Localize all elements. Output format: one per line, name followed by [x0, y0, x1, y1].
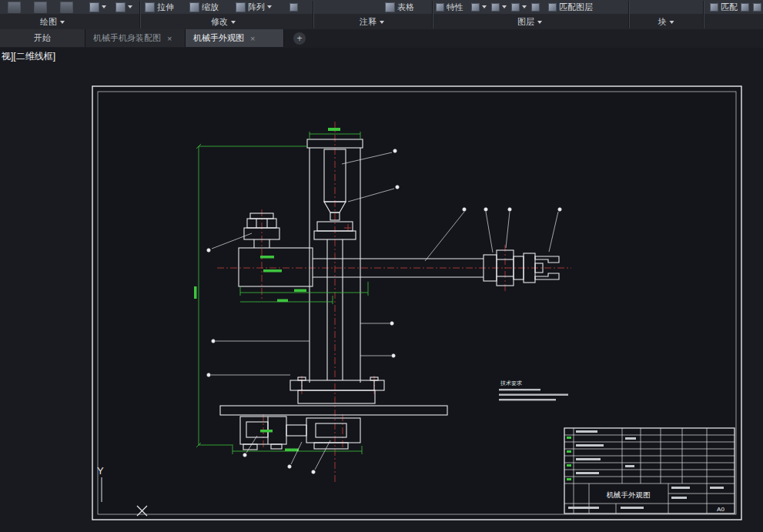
panel-separator	[139, 1, 140, 28]
title-block-sheet-size: A0	[717, 506, 725, 513]
chevron-down-icon	[502, 5, 507, 8]
modify-extra-button[interactable]	[289, 1, 298, 13]
chevron-down-icon	[128, 5, 132, 8]
stretch-icon	[145, 2, 155, 12]
chevron-down-icon	[670, 21, 674, 24]
notes-line	[499, 389, 540, 390]
properties-icon	[436, 3, 444, 12]
draw-tool-icon-1[interactable]	[8, 1, 21, 13]
close-icon[interactable]: ×	[250, 34, 255, 43]
move-dropdown-button[interactable]	[115, 1, 132, 13]
chevron-down-icon	[522, 5, 527, 8]
tab-doc-appearance-label: 机械手外观图	[193, 32, 244, 44]
panel-modify[interactable]: 修改	[211, 16, 236, 28]
table-label: 表格	[397, 2, 414, 13]
move-icon	[115, 2, 125, 12]
ribbon-panel-row: 绘图 修改 注释 图层 块	[0, 14, 763, 30]
title-block-drawing-title: 机械手外观图	[607, 490, 651, 499]
hatch-dropdown-button[interactable]	[89, 1, 106, 13]
scale-button[interactable]: 缩放	[189, 1, 219, 13]
panel-draw-label: 绘图	[40, 16, 57, 28]
match-layer-button[interactable]: 匹配图层	[548, 1, 593, 13]
edge-tool-2[interactable]	[753, 1, 761, 13]
property-tool-icon	[471, 3, 480, 12]
notes-line	[499, 394, 568, 396]
property-tool-icon	[511, 3, 520, 12]
document-tabbar: 开始 机械手机身装配图 × 机械手外观图 × +	[0, 29, 763, 48]
ribbon-tools-row: 拉伸 缩放 阵列 表格 特性 匹配图层 匹配	[0, 0, 763, 14]
edge-tool-icon	[741, 3, 749, 12]
match-properties-icon	[710, 3, 718, 12]
array-label: 阵列	[248, 2, 265, 13]
chevron-down-icon	[102, 5, 106, 8]
match-layer-label: 匹配图层	[559, 2, 593, 13]
property-tool-4[interactable]	[531, 1, 540, 13]
cad-viewport[interactable]: 技术要求	[0, 48, 763, 532]
tab-doc-appearance-active[interactable]: 机械手外观图 ×	[186, 29, 284, 47]
panel-separator	[703, 1, 704, 28]
draw-tool-icon	[8, 2, 21, 13]
panel-layers-label: 图层	[517, 16, 534, 28]
scale-icon	[189, 2, 199, 12]
chevron-down-icon	[482, 5, 487, 8]
draw-tool-icon	[60, 2, 73, 13]
panel-separator	[432, 1, 433, 28]
ribbon: 拉伸 缩放 阵列 表格 特性 匹配图层 匹配 绘图 修改 注释 图层 块	[0, 0, 763, 29]
property-tool-3[interactable]	[511, 1, 527, 13]
panel-annotate[interactable]: 注释	[360, 16, 384, 28]
hatch-icon	[89, 2, 99, 12]
match-properties-button[interactable]: 匹配	[710, 1, 738, 13]
panel-separator	[628, 1, 629, 28]
close-icon[interactable]: ×	[167, 34, 172, 43]
tab-doc-assembly-label: 机械手机身装配图	[93, 32, 161, 44]
tab-start-label: 开始	[34, 32, 51, 44]
table-icon	[385, 2, 395, 12]
panel-layers[interactable]: 图层	[517, 16, 542, 28]
panel-annotate-label: 注释	[360, 16, 376, 28]
table-button[interactable]: 表格	[385, 1, 414, 13]
properties-button[interactable]: 特性	[436, 1, 463, 13]
stretch-label: 拉伸	[157, 2, 174, 13]
tab-doc-assembly[interactable]: 机械手机身装配图 ×	[85, 29, 186, 47]
chevron-down-icon	[267, 5, 272, 8]
panel-block[interactable]: 块	[658, 16, 674, 28]
property-tool-icon	[491, 3, 500, 12]
scale-label: 缩放	[202, 2, 219, 13]
panel-separator	[313, 1, 313, 28]
drawing-canvas[interactable]: 视][二维线框]	[0, 48, 763, 532]
draw-tool-icon-3[interactable]	[60, 1, 73, 13]
draw-tool-icon-2[interactable]	[34, 1, 47, 13]
notes-line	[499, 399, 556, 400]
chevron-down-icon	[380, 21, 384, 24]
stretch-button[interactable]: 拉伸	[145, 1, 174, 13]
new-tab-button[interactable]: +	[293, 32, 306, 45]
panel-draw[interactable]: 绘图	[40, 16, 65, 28]
properties-label: 特性	[447, 2, 463, 13]
draw-tool-icon	[34, 2, 47, 13]
property-tool-1[interactable]	[471, 1, 487, 13]
chevron-down-icon	[60, 21, 65, 24]
panel-block-label: 块	[658, 16, 667, 28]
modify-extra-icon	[289, 3, 298, 12]
paper-frame	[92, 86, 741, 520]
tab-start[interactable]: 开始	[0, 29, 85, 47]
property-tool-2[interactable]	[491, 1, 507, 13]
notes-title: 技术要求	[500, 380, 522, 386]
ucs-y-label: Y	[97, 465, 104, 477]
chevron-down-icon	[231, 21, 236, 24]
property-tool-icon	[531, 3, 540, 12]
panel-modify-label: 修改	[211, 16, 228, 28]
edge-tool-icon	[753, 3, 761, 12]
array-button[interactable]: 阵列	[236, 1, 272, 13]
array-icon	[236, 2, 246, 12]
edge-tool-1[interactable]	[741, 1, 749, 13]
match-properties-label: 匹配	[721, 2, 738, 13]
match-layer-icon	[548, 3, 557, 12]
chevron-down-icon	[537, 21, 542, 24]
